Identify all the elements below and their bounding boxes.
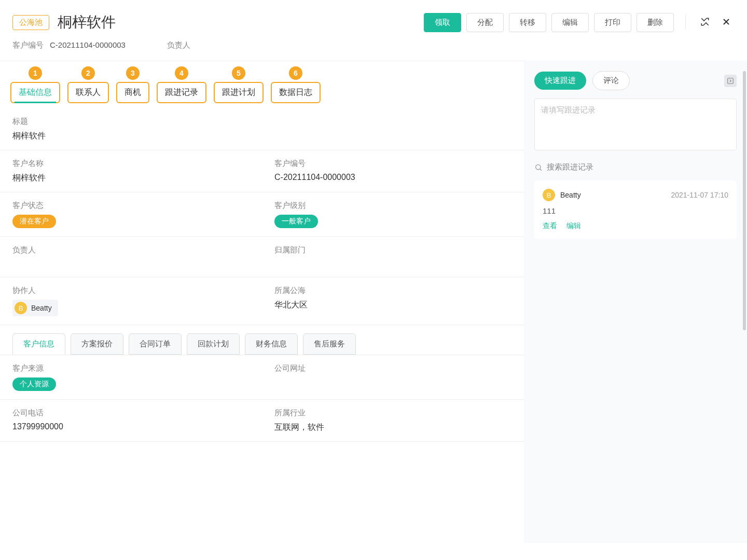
status-badge: 潜在客户	[12, 215, 56, 228]
expand-icon[interactable]	[697, 14, 713, 31]
owner-label: 负责人	[167, 40, 190, 50]
tab-label: 联系人	[76, 88, 101, 96]
record-view-link[interactable]: 查看	[543, 221, 557, 231]
field-name-value: 桐梓软件	[12, 173, 250, 184]
annotation-4: 4	[175, 66, 188, 80]
tab-followup-records[interactable]: 4跟进记录	[157, 82, 206, 103]
customer-id-value: C-20211104-0000003	[50, 40, 126, 50]
svg-point-1	[536, 164, 541, 169]
avatar: B	[543, 189, 555, 201]
field-industry-label: 所属行业	[274, 408, 511, 418]
source-badge: 个人资源	[12, 377, 56, 391]
record-time: 2021-11-07 17:10	[671, 191, 728, 199]
subtab-payment[interactable]: 回款计划	[187, 333, 240, 355]
field-status-label: 客户状态	[12, 201, 250, 211]
record-author: Beatty	[560, 191, 581, 199]
record-content: 111	[543, 206, 728, 215]
search-placeholder: 搜索跟进记录	[547, 162, 593, 172]
record-edit-link[interactable]: 编辑	[566, 221, 581, 231]
divider	[685, 15, 686, 30]
edit-button[interactable]: 编辑	[551, 13, 589, 32]
field-phone-label: 公司电话	[12, 408, 250, 418]
field-title-value: 桐梓软件	[12, 131, 511, 142]
page-title: 桐梓软件	[58, 12, 424, 32]
subtab-contract[interactable]: 合同订单	[129, 333, 182, 355]
field-number-value: C-20211104-0000003	[274, 173, 511, 182]
annotation-5: 5	[232, 66, 245, 80]
field-collab-label: 协作人	[12, 286, 250, 296]
customer-id-label: 客户编号	[12, 40, 44, 50]
delete-button[interactable]: 删除	[637, 13, 674, 32]
sidebar-tab-comment[interactable]: 评论	[592, 71, 630, 90]
pool-badge: 公海池	[12, 15, 49, 30]
subtab-customer-info[interactable]: 客户信息	[12, 333, 65, 355]
field-website-label: 公司网址	[274, 363, 511, 373]
field-dept-label: 归属部门	[274, 245, 511, 255]
close-icon[interactable]	[718, 13, 735, 32]
tab-opportunities[interactable]: 3商机	[116, 82, 149, 103]
field-phone-value: 13799990000	[12, 422, 250, 431]
search-followup[interactable]: 搜索跟进记录	[534, 162, 737, 172]
field-source-label: 客户来源	[12, 363, 250, 373]
tab-data-logs[interactable]: 6数据日志	[271, 82, 321, 103]
transfer-button[interactable]: 转移	[509, 13, 546, 32]
tab-followup-plans[interactable]: 5跟进计划	[214, 82, 264, 103]
subtab-quote[interactable]: 方案报价	[71, 333, 123, 355]
field-pool-label: 所属公海	[274, 286, 511, 296]
avatar: B	[15, 302, 27, 314]
print-button[interactable]: 打印	[594, 13, 631, 32]
tab-label: 商机	[125, 88, 141, 96]
tab-label: 跟进计划	[222, 88, 255, 96]
subtab-finance[interactable]: 财务信息	[245, 333, 298, 355]
tab-basic-info[interactable]: 1基础信息	[10, 82, 60, 103]
subtab-service[interactable]: 售后服务	[303, 333, 356, 355]
svg-rect-0	[728, 78, 734, 83]
field-owner-label: 负责人	[12, 245, 250, 255]
annotation-6: 6	[289, 66, 302, 80]
tab-contacts[interactable]: 2联系人	[67, 82, 109, 103]
field-title-label: 标题	[12, 117, 511, 127]
scrollbar[interactable]	[743, 71, 746, 330]
field-name-label: 客户名称	[12, 159, 250, 169]
annotation-3: 3	[126, 66, 140, 80]
level-badge: 一般客户	[274, 215, 318, 228]
followup-record: B Beatty 2021-11-07 17:10 111 查看 编辑	[534, 180, 737, 239]
collaborator-chip[interactable]: B Beatty	[12, 300, 58, 316]
claim-button[interactable]: 领取	[424, 13, 461, 32]
sidebar-tab-followup[interactable]: 快速跟进	[534, 72, 586, 90]
assign-button[interactable]: 分配	[466, 13, 504, 32]
field-level-label: 客户级别	[274, 201, 511, 211]
collapse-sidebar-icon[interactable]	[724, 75, 737, 87]
followup-input[interactable]	[534, 99, 737, 150]
field-industry-value: 互联网，软件	[274, 422, 511, 433]
tab-label: 基础信息	[19, 88, 52, 96]
annotation-2: 2	[81, 66, 95, 80]
search-icon	[534, 163, 543, 172]
field-number-label: 客户编号	[274, 159, 511, 169]
tab-label: 跟进记录	[165, 88, 198, 96]
field-pool-value: 华北大区	[274, 300, 511, 311]
collaborator-name: Beatty	[31, 304, 52, 312]
annotation-1: 1	[29, 66, 42, 80]
tab-label: 数据日志	[279, 88, 312, 96]
